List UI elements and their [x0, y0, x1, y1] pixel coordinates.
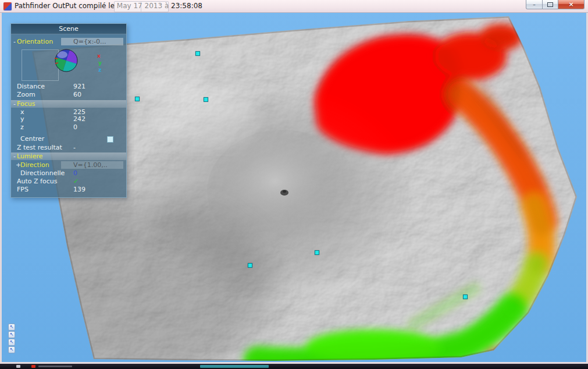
nav-arrow-icon: ↖: [10, 324, 14, 329]
nav-arrow-icon: ↖: [10, 347, 14, 352]
nav-button-4[interactable]: ↖: [8, 346, 15, 353]
taskbar-cyan-text-artifact: [200, 365, 269, 368]
orientation-label: Orientation: [17, 38, 53, 45]
orientation-trackball[interactable]: x y z: [22, 47, 115, 81]
distance-label: Distance: [17, 83, 45, 90]
taskbar-red-app-icon[interactable]: [31, 365, 35, 368]
row-auto-z-focus: Auto Z focus ✓: [11, 178, 126, 185]
lumiere-label: Lumiere: [17, 152, 43, 160]
map-marker[interactable]: [195, 51, 200, 56]
directionnelle-value[interactable]: 0: [73, 169, 77, 177]
row-zoom: Zoom 60: [11, 91, 126, 98]
lumiere-collapse-toggle[interactable]: -: [13, 152, 16, 160]
nav-button-3[interactable]: ↖: [8, 339, 15, 346]
taskbar-text-artifact: [38, 366, 72, 367]
focus-y-label: y: [20, 115, 24, 123]
os-taskbar[interactable]: [0, 364, 588, 369]
nav-button-1[interactable]: ↖: [8, 324, 15, 331]
focus-label: Focus: [17, 100, 35, 108]
nav-arrow-icon: ↖: [10, 339, 14, 345]
close-icon: ×: [568, 1, 573, 8]
taskbar-app-icon[interactable]: [16, 365, 20, 368]
z-test-label: Z test resultat: [17, 144, 62, 151]
minimize-button[interactable]: –: [526, 0, 543, 9]
row-distance: Distance 921: [11, 83, 126, 90]
window-controls: – ×: [526, 0, 585, 9]
orientation-collapse-toggle[interactable]: -: [13, 38, 16, 45]
auto-z-focus-check-icon[interactable]: ✓: [73, 178, 79, 185]
row-z-test: Z test resultat -: [11, 144, 126, 151]
direction-label: Direction: [20, 161, 49, 169]
axis-z-label: z: [98, 67, 101, 73]
axis-x-label: x: [97, 53, 101, 59]
z-test-value: -: [73, 144, 76, 151]
focus-y-value[interactable]: 242: [73, 115, 85, 123]
maximize-button[interactable]: [543, 0, 558, 9]
fps-label: FPS: [17, 186, 28, 193]
app-window: Pathfinder OutPut compilé le May 17 2013…: [0, 0, 588, 369]
map-marker[interactable]: [463, 295, 468, 299]
app-icon: [3, 2, 12, 10]
direction-value[interactable]: V={1.00,..: [73, 161, 108, 169]
axis-y-label: y: [98, 60, 102, 66]
titlebar[interactable]: Pathfinder OutPut compilé le May 17 2013…: [0, 0, 588, 13]
row-focus-y: y 242: [11, 115, 126, 123]
focus-collapse-toggle[interactable]: -: [13, 100, 16, 108]
map-marker[interactable]: [248, 263, 252, 268]
fps-value: 139: [73, 186, 85, 193]
row-focus-z: z 0: [11, 123, 126, 131]
viewport-nav-buttons: ↖ ↖ ↖ ↖: [8, 324, 16, 354]
scene-panel[interactable]: Scene - Orientation Q={x:-0...: [10, 23, 127, 198]
row-fps: FPS 139: [11, 186, 126, 193]
row-direction[interactable]: + Direction V={1.00,..: [11, 161, 126, 169]
auto-z-focus-label: Auto Z focus: [17, 178, 57, 185]
focus-z-label: z: [20, 123, 24, 131]
titlebar-artifact: [114, 1, 169, 12]
centrer-checkbox[interactable]: [107, 136, 113, 143]
orientation-value[interactable]: Q={x:-0...: [73, 38, 106, 45]
scene-panel-title[interactable]: Scene: [11, 24, 126, 34]
centrer-label: Centrer: [20, 135, 44, 143]
focus-z-value[interactable]: 0: [73, 123, 77, 131]
distance-value[interactable]: 921: [73, 83, 85, 90]
zoom-value[interactable]: 60: [73, 91, 81, 98]
3d-viewport[interactable]: Scene - Orientation Q={x:-0...: [2, 13, 586, 362]
map-marker[interactable]: [315, 250, 319, 255]
window-title: Pathfinder OutPut compilé le May 17 2013…: [15, 0, 202, 12]
row-directionnelle: Directionnelle 0: [11, 169, 126, 177]
zoom-label: Zoom: [17, 91, 35, 98]
close-button[interactable]: ×: [558, 0, 585, 9]
map-marker[interactable]: [135, 97, 140, 101]
minimize-icon: –: [533, 2, 536, 8]
nav-arrow-icon: ↖: [10, 332, 14, 337]
row-orientation[interactable]: - Orientation Q={x:-0...: [11, 38, 126, 45]
row-focus-header[interactable]: - Focus: [11, 100, 126, 108]
row-centrer: Centrer: [11, 135, 126, 143]
row-lumiere-header[interactable]: - Lumiere: [11, 152, 126, 160]
nav-button-2[interactable]: ↖: [8, 331, 15, 338]
directionnelle-label: Directionnelle: [20, 169, 65, 177]
map-marker[interactable]: [204, 97, 208, 102]
maximize-icon: [547, 2, 553, 7]
trackball-sphere-icon[interactable]: [53, 47, 80, 74]
